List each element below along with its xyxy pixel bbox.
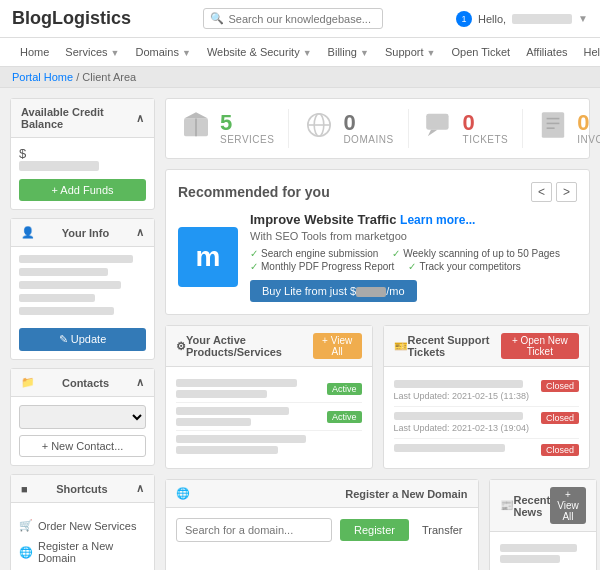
- update-info-button[interactable]: ✎ Update: [19, 328, 146, 351]
- shortcut-order-label: Order New Services: [38, 520, 136, 532]
- stats-row: 5 SERVICES 0 DOMAINS 0 TICKE: [165, 98, 590, 159]
- contacts-collapse-icon[interactable]: ∧: [136, 376, 144, 389]
- shortcuts-title: Shortcuts: [56, 483, 107, 495]
- stat-domains-info: 0 DOMAINS: [343, 112, 393, 145]
- check-icon-2: ✓: [392, 248, 400, 259]
- nav-affiliates[interactable]: Affiliates: [518, 38, 575, 66]
- rec-learn-more-link[interactable]: Learn more...: [400, 213, 475, 227]
- credit-amount: [19, 161, 99, 171]
- tickets-header-icon: 🎫: [394, 340, 408, 353]
- check-icon-3: ✓: [250, 261, 258, 272]
- info-collapse-icon[interactable]: ∧: [136, 226, 144, 239]
- product-item-1: Active: [176, 375, 362, 403]
- rec-feature-2: ✓ Weekly scanning of up to 50 Pages: [392, 248, 560, 259]
- news-line-1a: [500, 544, 578, 552]
- news-icon: 📰: [500, 499, 514, 512]
- register-domain-button[interactable]: Register: [340, 519, 409, 541]
- info-line-5: [19, 307, 114, 315]
- register-domain-body: Register Transfer: [166, 508, 478, 552]
- product-item-3: [176, 431, 362, 458]
- transfer-domain-button[interactable]: Transfer: [417, 519, 468, 541]
- product-info-3: [176, 435, 362, 454]
- ticket-hash-3: [394, 444, 505, 452]
- user-dropdown-arrow[interactable]: ▼: [578, 13, 588, 24]
- contacts-body: + New Contact...: [11, 397, 154, 465]
- services-arrow: ▼: [111, 48, 120, 58]
- product-badge-1: Active: [327, 383, 362, 395]
- stat-invoices-label: INVOICES: [577, 134, 600, 145]
- rec-feature-3: ✓ Monthly PDF Progress Report: [250, 261, 394, 272]
- rec-heading: Improve Website Traffic Learn more...: [250, 212, 577, 227]
- buy-lite-button[interactable]: Buy Lite from just $/mo: [250, 280, 417, 302]
- prev-recommended-button[interactable]: <: [531, 182, 552, 202]
- cta-suffix: /mo: [386, 285, 404, 297]
- active-products-body: Active Active: [166, 367, 372, 466]
- invoices-icon: [537, 109, 569, 148]
- add-funds-button[interactable]: + Add Funds: [19, 179, 146, 201]
- sidebar: Available Credit Balance ∧ $ + Add Funds…: [10, 98, 155, 570]
- product-line-3a: [176, 435, 306, 443]
- rec-subtitle: With SEO Tools from marketgoo: [250, 230, 577, 242]
- notification-badge[interactable]: 1: [456, 11, 472, 27]
- your-info-title: Your Info: [62, 227, 109, 239]
- nav-arrows: < >: [531, 182, 577, 202]
- svg-marker-7: [427, 130, 437, 136]
- tickets-icon: [423, 109, 455, 148]
- ticket-badge-1: Closed: [541, 380, 579, 392]
- stat-domains-num: 0: [343, 112, 393, 134]
- shortcuts-collapse-icon[interactable]: ∧: [136, 482, 144, 495]
- your-info-header: 👤 Your Info ∧: [11, 219, 154, 247]
- shortcut-register-domain[interactable]: 🌐 Register a New Domain: [19, 536, 146, 568]
- news-line-1b: [500, 555, 560, 563]
- view-all-news-button[interactable]: + View All: [550, 487, 586, 524]
- shortcut-order-services[interactable]: 🛒 Order New Services: [19, 515, 146, 536]
- ticket-item-1: Closed Last Updated: 2021-02-15 (11:38): [394, 375, 580, 407]
- top-header: BlogLogistics 🔍 1 Hello, ▼: [0, 0, 600, 38]
- rec-content: m Improve Website Traffic Learn more... …: [178, 212, 577, 302]
- stat-tickets: 0 TICKETS: [409, 109, 524, 148]
- active-products-panel: ⚙ Your Active Products/Services + View A…: [165, 325, 373, 469]
- svg-rect-6: [426, 114, 448, 130]
- support-tickets-header: 🎫 Recent Support Tickets + Open New Tick…: [384, 326, 590, 367]
- main-layout: Available Credit Balance ∧ $ + Add Funds…: [0, 88, 600, 570]
- search-input[interactable]: [228, 13, 376, 25]
- active-products-title: Your Active Products/Services: [186, 334, 313, 358]
- recommended-title: Recommended for you: [178, 184, 330, 200]
- next-recommended-button[interactable]: >: [556, 182, 577, 202]
- nav-hello: Hello, ▼: [576, 38, 600, 66]
- price-blur: [356, 287, 386, 297]
- contact-select[interactable]: [19, 405, 146, 429]
- active-products-header: ⚙ Your Active Products/Services + View A…: [166, 326, 372, 367]
- domain-search-input[interactable]: [176, 518, 332, 542]
- nav-domains[interactable]: Domains ▼: [128, 38, 199, 66]
- billing-arrow: ▼: [360, 48, 369, 58]
- chat-icon: [423, 109, 455, 141]
- breadcrumb-portal-home[interactable]: Portal Home: [12, 71, 73, 83]
- nav-open-ticket[interactable]: Open Ticket: [443, 38, 518, 66]
- product-badge-2: Active: [327, 411, 362, 423]
- ticket-badge-3: Closed: [541, 444, 579, 456]
- view-all-products-button[interactable]: + View All: [313, 333, 362, 359]
- nav-services[interactable]: Services ▼: [57, 38, 127, 66]
- support-tickets-body: Closed Last Updated: 2021-02-15 (11:38) …: [384, 367, 590, 468]
- support-arrow: ▼: [427, 48, 436, 58]
- product-line-1b: [176, 390, 267, 398]
- ticket-item-2: Closed Last Updated: 2021-02-13 (19:04): [394, 407, 580, 439]
- product-line-3b: [176, 446, 278, 454]
- nav-website-security[interactable]: Website & Security ▼: [199, 38, 320, 66]
- open-new-ticket-button[interactable]: + Open New Ticket: [501, 333, 579, 359]
- credit-collapse-icon[interactable]: ∧: [136, 112, 144, 125]
- nav-billing[interactable]: Billing ▼: [320, 38, 377, 66]
- register-domain-header: 🌐 Register a New Domain: [166, 480, 478, 508]
- breadcrumb-client-area: Client Area: [82, 71, 136, 83]
- svg-rect-8: [542, 112, 564, 138]
- search-bar: 🔍: [203, 8, 383, 29]
- nav-support[interactable]: Support ▼: [377, 38, 444, 66]
- logo: BlogLogistics: [12, 8, 131, 29]
- ticket-item-3: Closed: [394, 439, 580, 460]
- shortcuts-card: ■ Shortcuts ∧ 🛒 Order New Services 🌐 Reg…: [10, 474, 155, 570]
- recent-news-body: [490, 532, 596, 570]
- new-contact-button[interactable]: + New Contact...: [19, 435, 146, 457]
- stat-domains: 0 DOMAINS: [289, 109, 408, 148]
- nav-home[interactable]: Home: [12, 38, 57, 66]
